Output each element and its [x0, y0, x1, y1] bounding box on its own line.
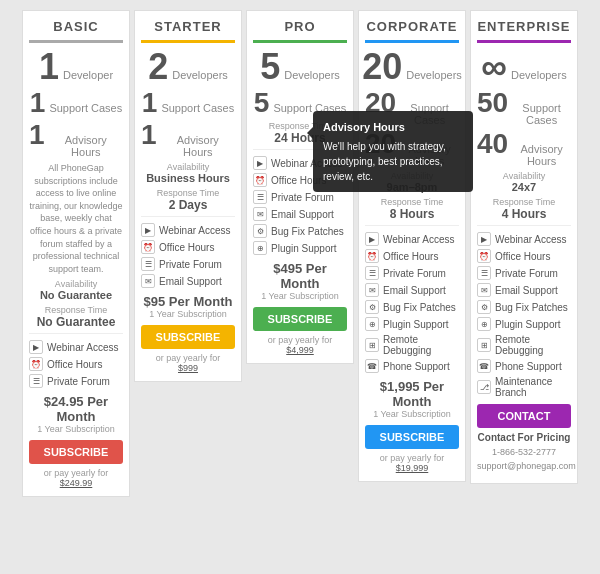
feature-label: Email Support [383, 285, 446, 296]
feature-label: Plugin Support [271, 243, 337, 254]
price-section: $1,995 Per Month 1 Year Subscription [365, 379, 459, 419]
availability-section: Availability No Guarantee [29, 279, 123, 301]
tooltip-body: We'll help you with strategy, prototypin… [323, 139, 463, 184]
divider [29, 333, 123, 334]
feature-label: Office Hours [47, 359, 102, 370]
feature-icon: ✉ [141, 274, 155, 288]
price-period: 1 Year Subscription [365, 409, 459, 419]
response-section: Response Time No Guarantee [29, 305, 123, 329]
advisory-hours-label: Advisory Hours [161, 134, 235, 158]
advisory-hours-label: Advisory Hours [49, 134, 123, 158]
feature-icon: ▶ [29, 340, 43, 354]
feature-label: Private Forum [159, 259, 222, 270]
feature-item: ☰ Private Forum [477, 266, 571, 280]
response-value: No Guarantee [29, 315, 123, 329]
feature-icon: ⊕ [365, 317, 379, 331]
feature-label: Private Forum [495, 268, 558, 279]
feature-label: Bug Fix Patches [495, 302, 568, 313]
subscribe-button-pro[interactable]: SUBSCRIBE [253, 307, 347, 331]
feature-icon: ⊞ [365, 338, 379, 352]
feature-label: Office Hours [383, 251, 438, 262]
price-amount: $1,995 Per Month [365, 379, 459, 409]
feature-item: ☎ Phone Support [365, 359, 459, 373]
plan-card-corporate: CORPORATE 20 Developers 20 Support Cases… [358, 10, 466, 482]
feature-icon: ⊞ [477, 338, 491, 352]
feature-icon: ▶ [253, 156, 267, 170]
price-amount: $95 Per Month [141, 294, 235, 309]
price-amount: $24.95 Per Month [29, 394, 123, 424]
yearly-price[interactable]: $19,999 [396, 463, 429, 473]
plan-unit-corporate: Developers [406, 69, 462, 81]
yearly-price[interactable]: $4,999 [286, 345, 314, 355]
feature-item: ⊕ Plugin Support [365, 317, 459, 331]
feature-item: ☰ Private Forum [253, 190, 347, 204]
yearly-text: or pay yearly for$999 [141, 353, 235, 373]
feature-label: Bug Fix Patches [271, 226, 344, 237]
feature-label: Office Hours [159, 242, 214, 253]
plan-unit-basic: Developer [63, 69, 113, 81]
plan-unit-enterprise: Developers [511, 69, 567, 81]
subscribe-button-basic[interactable]: SUBSCRIBE [29, 440, 123, 464]
price-section: $24.95 Per Month 1 Year Subscription [29, 394, 123, 434]
subscribe-button-corporate[interactable]: SUBSCRIBE [365, 425, 459, 449]
subscribe-button-enterprise[interactable]: CONTACT [477, 404, 571, 428]
feature-icon: ⏰ [29, 357, 43, 371]
subscribe-button-starter[interactable]: SUBSCRIBE [141, 325, 235, 349]
advisory-hours-row: 1 Advisory Hours [141, 121, 235, 158]
availability-value: 24x7 [477, 181, 571, 193]
feature-label: Bug Fix Patches [383, 302, 456, 313]
feature-icon: ☎ [477, 359, 491, 373]
support-cases-label: Support Cases [161, 102, 234, 114]
feature-item: ⚙ Bug Fix Patches [253, 224, 347, 238]
feature-label: Plugin Support [383, 319, 449, 330]
feature-icon: ⊕ [253, 241, 267, 255]
feature-icon: ⚙ [253, 224, 267, 238]
availability-label: Availability [29, 279, 123, 289]
availability-value: No Guarantee [29, 289, 123, 301]
feature-label: Private Forum [47, 376, 110, 387]
feature-list: ▶ Webinar Access ⏰ Office Hours ☰ Privat… [29, 340, 123, 388]
feature-item: ▶ Webinar Access [477, 232, 571, 246]
feature-icon: ✉ [253, 207, 267, 221]
response-section: Response Time 8 Hours [365, 197, 459, 221]
feature-item: ⏰ Office Hours [477, 249, 571, 263]
feature-icon: ⏰ [365, 249, 379, 263]
yearly-price[interactable]: $999 [178, 363, 198, 373]
support-cases-num: 1 [142, 89, 158, 117]
feature-label: Email Support [495, 285, 558, 296]
divider [365, 225, 459, 226]
feature-icon: ▶ [141, 223, 155, 237]
yearly-price[interactable]: $249.99 [60, 478, 93, 488]
response-section: Response Time 2 Days [141, 188, 235, 212]
plan-number-row-pro: 5 Developers [253, 49, 347, 85]
advisory-hours-row: 1 Advisory Hours [29, 121, 123, 158]
feature-icon: ⏰ [141, 240, 155, 254]
feature-label: Email Support [159, 276, 222, 287]
feature-item: ⊕ Plugin Support [477, 317, 571, 331]
feature-icon: ⏰ [253, 173, 267, 187]
price-amount: $495 Per Month [253, 261, 347, 291]
feature-item: ⊕ Plugin Support [253, 241, 347, 255]
feature-item: ⏰ Office Hours [141, 240, 235, 254]
feature-item: ▶ Webinar Access [141, 223, 235, 237]
availability-section: Availability Business Hours [141, 162, 235, 184]
feature-item: ⚙ Bug Fix Patches [365, 300, 459, 314]
feature-item: ☎ Phone Support [477, 359, 571, 373]
feature-icon: ⏰ [477, 249, 491, 263]
feature-label: Phone Support [495, 361, 562, 372]
plan-number-corporate: 20 [362, 49, 402, 85]
response-label: Response Time [29, 305, 123, 315]
feature-icon: ▶ [365, 232, 379, 246]
plan-number-enterprise: ∞ [481, 49, 507, 85]
plan-header-pro: PRO [253, 19, 347, 43]
feature-item: ⊞ Remote Debugging [477, 334, 571, 356]
contact-phone: 1-866-532-2777 [477, 447, 571, 457]
support-cases-row: 50 Support Cases [477, 89, 571, 126]
feature-item: ✉ Email Support [253, 207, 347, 221]
price-period: 1 Year Subscription [29, 424, 123, 434]
pricing-container: BASIC 1 Developer 1 Support Cases 1 Advi… [22, 10, 578, 497]
feature-label: Maintenance Branch [495, 376, 571, 398]
support-cases-row: 1 Support Cases [29, 89, 123, 117]
feature-icon: ☰ [253, 190, 267, 204]
availability-value: Business Hours [141, 172, 235, 184]
